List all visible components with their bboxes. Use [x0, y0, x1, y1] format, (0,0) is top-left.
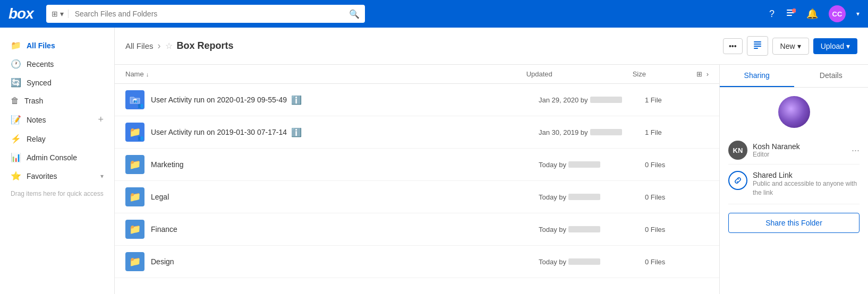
avatar: KN: [728, 141, 747, 160]
sidebar-item-notes[interactable]: 📝 Notes +: [0, 110, 114, 129]
upload-button[interactable]: Upload ▾: [813, 38, 857, 54]
sidebar-item-all-files[interactable]: 📁 All Files: [0, 36, 114, 55]
add-notes-button[interactable]: +: [98, 114, 104, 125]
file-size: 0 Files: [645, 193, 709, 201]
avatar[interactable]: CC: [829, 5, 846, 22]
user-role: Editor: [753, 151, 846, 158]
upload-label: Upload: [821, 42, 844, 50]
svg-point-3: [792, 8, 796, 13]
sidebar-item-label: Notes: [27, 116, 46, 124]
panel-tabs: Sharing Details: [720, 65, 868, 88]
link-icon: [728, 171, 747, 190]
info-icon[interactable]: ℹ️: [291, 127, 302, 137]
folder-thumbnail: [778, 96, 810, 128]
search-input[interactable]: [75, 10, 345, 18]
svg-rect-4: [754, 41, 761, 42]
file-updated: Jan 29, 2020 by: [539, 96, 645, 104]
svg-rect-2: [787, 15, 792, 16]
folder-preview: [728, 96, 860, 128]
svg-rect-6: [754, 46, 761, 47]
share-folder-button[interactable]: Share this Folder: [728, 213, 860, 233]
sidebar: 📁 All Files 🕐 Recents 🔄 Synced 🗑 Trash 📝…: [0, 28, 115, 294]
panel-sharing-content: KN Kosh Naranek Editor ···: [720, 88, 868, 241]
main-layout: 📁 All Files 🕐 Recents 🔄 Synced 🗑 Trash 📝…: [0, 28, 868, 294]
sidebar-item-label: Admin Console: [27, 153, 77, 162]
relay-icon: ⚡: [11, 134, 21, 144]
sharing-user-row: KN Kosh Naranek Editor ···: [728, 136, 860, 165]
column-size-header: Size: [633, 70, 696, 78]
sidebar-item-admin-console[interactable]: 📊 Admin Console: [0, 148, 114, 167]
sidebar-item-relay[interactable]: ⚡ Relay: [0, 129, 114, 148]
svg-rect-5: [754, 44, 761, 45]
expand-icon[interactable]: ›: [707, 70, 709, 78]
table-row[interactable]: 📁 Marketing Today by 0 Files: [115, 149, 719, 181]
tab-details[interactable]: Details: [794, 65, 869, 87]
avatar-chevron-icon[interactable]: ▾: [856, 10, 860, 18]
sidebar-item-synced[interactable]: 🔄 Synced: [0, 73, 114, 92]
table-row[interactable]: 📁 👥 User Activity run on 2019-01-30 07-1…: [115, 116, 719, 149]
search-bar[interactable]: ⊞ ▾ 🔍: [46, 5, 365, 23]
more-options-label: •••: [729, 42, 737, 50]
more-options-button[interactable]: •••: [723, 38, 743, 54]
sidebar-item-recents[interactable]: 🕐 Recents: [0, 55, 114, 73]
user-menu-button[interactable]: ···: [852, 145, 860, 156]
file-updated: Today by: [539, 258, 645, 266]
file-name: Marketing: [151, 160, 539, 169]
shared-link-row: Shared Link Public and accessible to any…: [728, 165, 860, 204]
file-area: Name ↓ Updated Size ⊞ ›: [115, 65, 868, 294]
tab-sharing[interactable]: Sharing: [720, 65, 794, 87]
folder-icon: 📁 👥: [125, 123, 144, 142]
info-icon[interactable]: ℹ️: [291, 95, 302, 105]
admin-icon: 📊: [11, 152, 21, 162]
user-name: Kosh Naranek: [753, 142, 846, 151]
shared-link-title: Shared Link: [753, 171, 860, 179]
file-size: 0 Files: [645, 226, 709, 234]
sort-arrow-icon: ↓: [146, 71, 149, 77]
folder-icon: 📁: [125, 155, 144, 174]
file-size: 1 File: [645, 96, 709, 104]
folder-icon: 📁: [125, 252, 144, 271]
sidebar-item-label: Recents: [27, 60, 54, 68]
breadcrumb-star-icon[interactable]: ☆: [165, 41, 173, 51]
grid-view-icon[interactable]: ⊞: [696, 70, 702, 78]
notes-icon: 📝: [11, 115, 21, 125]
tasks-icon[interactable]: [785, 7, 796, 21]
right-panel: Sharing Details KN Kosh Naranek Editor ·…: [719, 65, 868, 294]
column-name-header[interactable]: Name ↓: [125, 70, 526, 78]
sidebar-item-label: Favorites: [27, 172, 57, 180]
table-row[interactable]: 📁 Design Today by 0 Files: [115, 246, 719, 278]
sync-icon: 🔄: [11, 77, 21, 88]
table-row[interactable]: 👥 👥 User Activity run on 2020-01-29 09-5…: [115, 84, 719, 116]
file-updated: Today by: [539, 193, 645, 201]
file-updated: Jan 30, 2019 by: [539, 128, 645, 136]
new-button[interactable]: New ▾: [772, 38, 809, 55]
favorites-chevron-icon: ▾: [100, 172, 104, 180]
sidebar-item-favorites[interactable]: ⭐ Favorites ▾: [0, 167, 114, 185]
favorites-hint: Drag items here for quick access: [0, 185, 114, 203]
trash-icon: 🗑: [11, 96, 19, 106]
file-size: 0 Files: [645, 258, 709, 266]
toolbar: All Files › ☆ Box Reports •••: [115, 28, 868, 65]
search-filter[interactable]: ⊞ ▾: [52, 10, 69, 18]
table-row[interactable]: 📁 Legal Today by 0 Files: [115, 181, 719, 213]
name-column-label: Name: [125, 70, 144, 78]
folder-icon: 📁: [125, 187, 144, 206]
folder-icon: 📁: [11, 40, 21, 50]
search-icon: 🔍: [349, 9, 360, 19]
breadcrumb-separator: ›: [158, 40, 161, 51]
help-icon[interactable]: ?: [769, 8, 775, 20]
sidebar-item-trash[interactable]: 🗑 Trash: [0, 92, 114, 110]
new-label: New: [780, 42, 795, 50]
file-name: User Activity run on 2020-01-29 09-55-49…: [151, 95, 539, 105]
new-chevron-icon: ▾: [797, 42, 801, 50]
folder-icon: 📁: [125, 220, 144, 239]
breadcrumb: All Files › ☆ Box Reports: [125, 40, 717, 51]
file-name: Finance: [151, 225, 539, 234]
table-row[interactable]: 📁 Finance Today by 0 Files: [115, 213, 719, 246]
notes-view-button[interactable]: [747, 36, 768, 56]
logo: box: [8, 5, 33, 22]
notifications-icon[interactable]: 🔔: [806, 8, 818, 20]
link-info: Shared Link Public and accessible to any…: [753, 171, 860, 197]
breadcrumb-parent[interactable]: All Files: [125, 41, 154, 50]
breadcrumb-current: Box Reports: [177, 40, 234, 51]
